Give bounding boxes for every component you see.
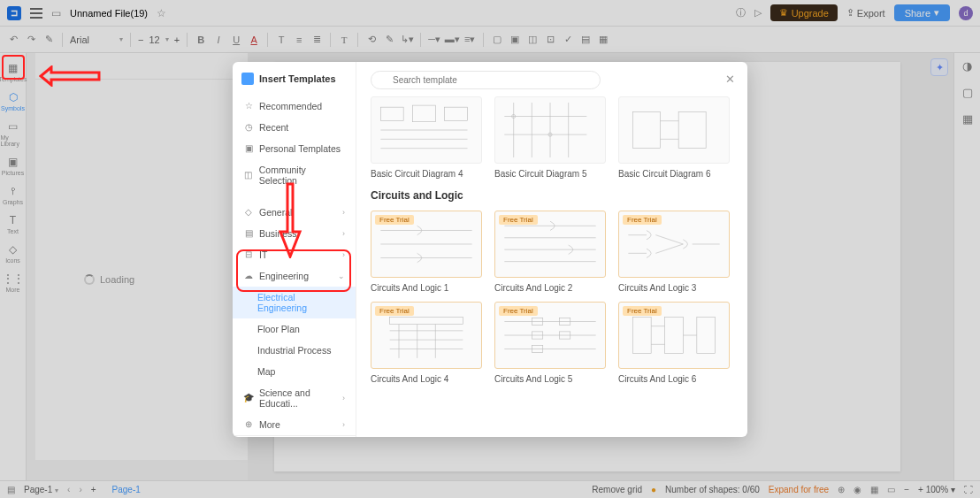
cat-industrial[interactable]: Industrial Process (233, 340, 356, 361)
svg-rect-15 (678, 111, 706, 148)
modal-content: ✕ ⌕ Basic Circuit Diagram 4 Basic Circui… (356, 62, 747, 437)
insert-templates-dialog: Insert Templates ☆Recommended ◷Recent ▣P… (233, 62, 747, 437)
free-trial-badge: Free Trial (499, 306, 538, 316)
template-card[interactable]: Free Trial Circuits And Logic 3 (618, 211, 730, 293)
modal-title: Insert Templates (233, 62, 356, 96)
cat-engineering[interactable]: ☁Engineering⌄ (233, 265, 356, 287)
cat-electrical[interactable]: Electrical Engineering (233, 287, 356, 318)
cat-floor-plan[interactable]: Floor Plan (233, 318, 356, 340)
cat-science[interactable]: 🎓Science and Educati...› (233, 382, 356, 414)
template-card[interactable]: Free Trial Circuits And Logic 5 (494, 302, 606, 384)
nav-recent[interactable]: ◷Recent (233, 117, 356, 138)
chevron-right-icon: › (342, 250, 345, 259)
cat-more[interactable]: ⊕More› (233, 414, 356, 435)
section-title: Circuits and Logic (371, 189, 733, 202)
more-cat-icon: ⊕ (243, 419, 254, 430)
svg-line-27 (655, 234, 683, 243)
nav-community[interactable]: ◫Community Selection (233, 159, 356, 191)
business-icon: ▤ (243, 228, 254, 239)
nav-personal[interactable]: ▣Personal Templates (233, 138, 356, 159)
free-trial-badge: Free Trial (623, 306, 662, 316)
it-icon: ⊟ (243, 249, 254, 260)
star-icon: ☆ (243, 101, 254, 111)
cat-general[interactable]: ◇General› (233, 202, 356, 223)
chevron-right-icon: › (342, 420, 345, 429)
svg-rect-30 (390, 317, 463, 324)
science-icon: 🎓 (243, 393, 254, 403)
general-icon: ◇ (243, 207, 254, 218)
modal-overlay: Insert Templates ☆Recommended ◷Recent ▣P… (0, 0, 980, 498)
svg-rect-46 (665, 317, 684, 353)
svg-rect-2 (445, 107, 468, 121)
engineering-icon: ☁ (243, 271, 254, 281)
community-icon: ◫ (243, 170, 254, 180)
cat-business[interactable]: ▤Business› (233, 223, 356, 244)
cat-it[interactable]: ⊟IT› (233, 244, 356, 265)
svg-rect-45 (633, 317, 652, 353)
template-row-2: Free Trial Circuits And Logic 1 Free Tri… (371, 211, 733, 293)
free-trial-badge: Free Trial (499, 215, 538, 225)
svg-rect-1 (413, 105, 436, 122)
chevron-down-icon: ⌄ (338, 272, 345, 280)
svg-rect-0 (380, 107, 403, 121)
free-trial-badge: Free Trial (375, 215, 414, 225)
template-row-3: Free Trial Circuits And Logic 4 Free Tri… (371, 302, 733, 384)
svg-rect-47 (697, 317, 716, 353)
person-icon: ▣ (243, 143, 254, 154)
auto-open-checkbox[interactable]: Automatically open new fi... (233, 435, 356, 437)
chevron-right-icon: › (342, 394, 345, 402)
svg-line-28 (655, 244, 683, 253)
chevron-right-icon: › (342, 229, 345, 238)
modal-sidebar: Insert Templates ☆Recommended ◷Recent ▣P… (233, 62, 356, 437)
nav-recommended[interactable]: ☆Recommended (233, 96, 356, 117)
free-trial-badge: Free Trial (623, 215, 662, 225)
template-card[interactable]: Basic Circuit Diagram 6 (618, 96, 730, 179)
template-card[interactable]: Free Trial Circuits And Logic 4 (371, 302, 482, 384)
svg-rect-14 (633, 111, 661, 148)
free-trial-badge: Free Trial (375, 306, 414, 316)
template-card[interactable]: Basic Circuit Diagram 4 (371, 96, 482, 179)
cat-map[interactable]: Map (233, 361, 356, 382)
chevron-right-icon: › (342, 208, 345, 217)
templates-title-icon (241, 73, 254, 85)
template-card[interactable]: Free Trial Circuits And Logic 1 (371, 211, 482, 293)
template-card[interactable]: Free Trial Circuits And Logic 6 (618, 302, 730, 384)
template-row-1: Basic Circuit Diagram 4 Basic Circuit Di… (371, 96, 733, 179)
clock-icon: ◷ (243, 122, 254, 133)
template-card[interactable]: Free Trial Circuits And Logic 2 (494, 211, 606, 293)
search-input[interactable] (371, 71, 601, 89)
template-card[interactable]: Basic Circuit Diagram 5 (494, 96, 606, 179)
